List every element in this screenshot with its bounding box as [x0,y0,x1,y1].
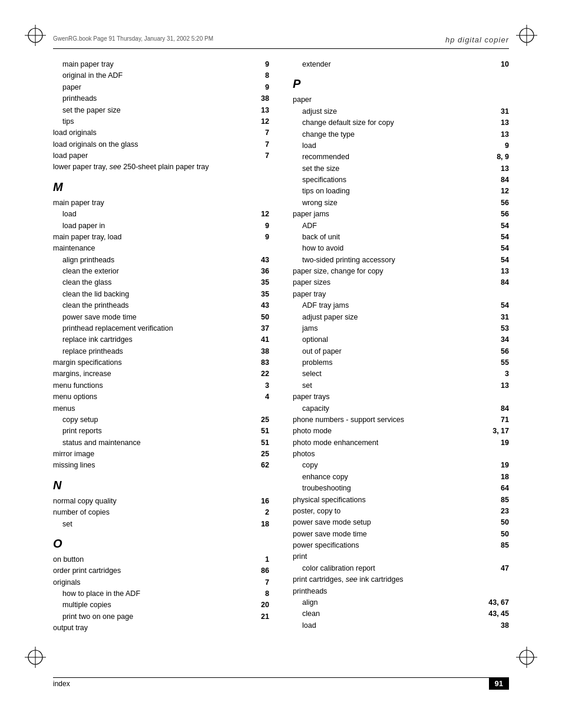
list-item: specifications84 [293,174,509,186]
list-item: jams53 [293,323,509,334]
page-number: 91 [489,677,509,690]
list-item: photo mode enhancement19 [293,437,509,449]
list-item: clean the lid backing35 [53,289,269,300]
header-divider [53,48,509,49]
list-item: clean the printheads43 [53,300,269,311]
list-item: margin specifications83 [53,357,269,368]
section-letter-n: N [53,476,269,495]
section-letter-m: M [53,178,269,196]
list-item: tips on loading12 [293,186,509,197]
list-item: extender10 [293,59,509,70]
list-item: print two on one page21 [53,611,269,622]
header-product-name: hp digital copier [445,35,509,44]
list-item: replace printheads38 [53,346,269,357]
list-item: problems55 [293,357,509,368]
list-item: clean43, 45 [293,608,509,620]
list-item: mirror image25 [53,449,269,460]
list-item: how to avoid54 [293,243,509,254]
header-file-info: GwenRG.book Page 91 Thursday, January 31… [53,35,213,42]
list-item: change the type13 [293,129,509,140]
list-item: printheads38 [53,93,269,104]
content-area: main paper tray9 original in the ADF8 pa… [53,59,509,663]
list-item: number of copies2 [53,507,269,518]
list-item: paper [293,94,509,106]
list-item: two-sided printing accessory54 [293,255,509,266]
list-item: optional34 [293,334,509,345]
list-item: originals7 [53,577,269,588]
list-item: load paper7 [53,150,269,162]
list-item: load12 [53,209,269,220]
list-item: photo mode3, 17 [293,426,509,437]
list-item: print [293,551,509,562]
left-column: main paper tray9 original in the ADF8 pa… [53,59,269,663]
list-item: load originals on the glass7 [53,139,269,150]
list-item: load originals7 [53,127,269,139]
section-letter-o: O [53,535,269,553]
list-item: print cartridges, see ink cartridges [293,574,509,585]
list-item: menu options4 [53,391,269,403]
list-item: physical specifications85 [293,495,509,506]
list-item: output tray [53,622,269,634]
list-item: how to place in the ADF8 [53,588,269,599]
page: GwenRG.book Page 91 Thursday, January 31… [0,0,562,728]
list-item: lower paper tray, see 250-sheet plain pa… [53,162,269,173]
list-item: troubeshooting64 [293,483,509,494]
corner-mark-bl [24,645,47,669]
list-item: set13 [293,380,509,391]
list-item: align printheads43 [53,255,269,266]
list-item: back of unit54 [293,232,509,243]
list-item: paper jams56 [293,209,509,220]
list-item: main paper tray, load9 [53,232,269,243]
list-item: original in the ADF8 [53,70,269,81]
list-item: adjust size31 [293,106,509,117]
header: GwenRG.book Page 91 Thursday, January 31… [0,35,562,44]
list-item: maintenance [53,243,269,254]
footer-label: index [53,680,70,688]
list-item: paper trays [293,391,509,403]
list-item: ADF tray jams54 [293,300,509,311]
list-item: set the paper size13 [53,105,269,116]
list-item: missing lines62 [53,460,269,471]
list-item: clean the glass35 [53,277,269,288]
section-letter-p: P [293,75,509,93]
list-item: paper size, change for copy13 [293,266,509,277]
list-item: menus [53,403,269,414]
list-item: printheads [293,586,509,597]
list-item: power save mode setup50 [293,517,509,528]
list-item: print reports51 [53,426,269,437]
list-item: order print cartridges86 [53,565,269,577]
list-item: tips12 [53,116,269,127]
list-item: change default size for copy13 [293,117,509,129]
list-item: poster, copy to23 [293,506,509,517]
list-item: set18 [53,519,269,530]
list-item: capacity84 [293,403,509,414]
list-item: photos [293,449,509,460]
list-item: phone numbers - support services71 [293,414,509,426]
list-item: on button1 [53,554,269,565]
list-item: copy19 [293,460,509,471]
list-item: select3 [293,368,509,380]
list-item: power save mode time50 [53,312,269,323]
list-item: align43, 67 [293,597,509,608]
list-item: menu functions3 [53,380,269,391]
list-item: set the size13 [293,163,509,174]
list-item: wrong size56 [293,197,509,209]
list-item: load paper in9 [53,220,269,232]
list-item: power save mode time50 [293,529,509,540]
list-item: clean the exterior36 [53,266,269,277]
list-item: color calibration report47 [293,563,509,574]
list-item: multiple copies20 [53,599,269,611]
right-column: extender10 P paper adjust size31 change … [293,59,509,663]
list-item: recommended8, 9 [293,151,509,163]
list-item: paper sizes84 [293,277,509,288]
list-item: copy setup25 [53,414,269,426]
list-item: ADF54 [293,220,509,232]
list-item: main paper tray [53,197,269,209]
list-item: power specifications85 [293,540,509,551]
list-item: normal copy quality16 [53,496,269,507]
list-item: out of paper56 [293,346,509,357]
list-item: load38 [293,620,509,631]
list-item: paper tray [293,289,509,300]
list-item: enhance copy18 [293,472,509,483]
list-item: margins, increase22 [53,368,269,380]
